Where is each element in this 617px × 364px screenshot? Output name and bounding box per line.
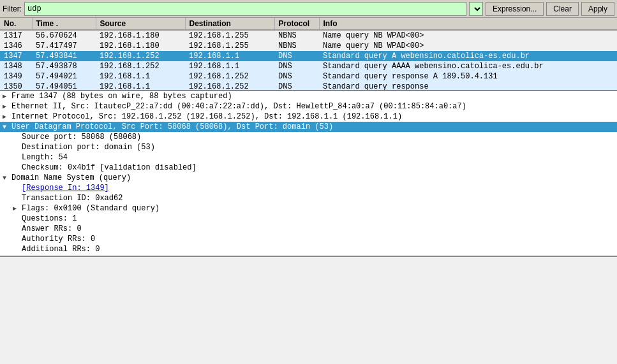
- expand-icon[interactable]: ▼: [3, 175, 11, 182]
- table-row[interactable]: 134757.493841192.168.1.252192.168.1.1DNS…: [0, 51, 617, 61]
- expand-icon[interactable]: ▶: [3, 113, 11, 120]
- detail-row: Additional RRs: 0: [0, 244, 617, 254]
- packet-list: No. Time . Source Destination Protocol I…: [0, 18, 617, 91]
- filter-label: Filter:: [3, 4, 22, 13]
- packet-list-header: No. Time . Source Destination Protocol I…: [0, 18, 617, 30]
- expand-icon[interactable]: ▼: [3, 256, 11, 258]
- expand-icon[interactable]: ▶: [3, 92, 11, 100]
- col-header-source[interactable]: Source: [96, 18, 185, 30]
- expand-icon[interactable]: ▼: [3, 124, 11, 131]
- packet-tbody: 131756.670624192.168.1.180192.168.1.255N…: [0, 30, 617, 91]
- detail-pane: ▶Frame 1347 (88 bytes on wire, 88 bytes …: [0, 91, 617, 257]
- detail-row: ▼Domain Name System (query): [0, 173, 617, 183]
- filter-dropdown[interactable]: [469, 2, 483, 16]
- detail-row: [Response In: 1349]: [0, 183, 617, 193]
- detail-row: Authority RRs: 0: [0, 234, 617, 244]
- detail-row: Transaction ID: 0xad62: [0, 193, 617, 203]
- expand-icon[interactable]: ▶: [13, 205, 22, 212]
- clear-button[interactable]: Clear: [546, 2, 579, 16]
- filter-bar: Filter: Expression... Clear Apply: [0, 0, 617, 18]
- filter-input[interactable]: [24, 2, 466, 16]
- detail-row: Answer RRs: 0: [0, 224, 617, 234]
- expression-button[interactable]: Expression...: [486, 2, 544, 16]
- detail-row: Source port: 58068 (58068): [0, 132, 617, 142]
- table-row[interactable]: 135057.494051192.168.1.1192.168.1.252DNS…: [0, 82, 617, 91]
- col-header-protocol[interactable]: Protocol: [274, 18, 319, 30]
- packet-list-container: No. Time . Source Destination Protocol I…: [0, 18, 617, 91]
- apply-button[interactable]: Apply: [581, 2, 614, 16]
- table-row[interactable]: 134657.417497192.168.1.180192.168.1.255N…: [0, 41, 617, 51]
- col-header-time[interactable]: Time .: [32, 18, 96, 30]
- col-header-no[interactable]: No.: [0, 18, 32, 30]
- detail-row[interactable]: ▶Flags: 0x0100 (Standard query): [0, 203, 617, 214]
- detail-row: Questions: 1: [0, 214, 617, 224]
- detail-row: Length: 54: [0, 152, 617, 163]
- detail-row: ▼Queries: [0, 254, 617, 257]
- detail-row: Destination port: domain (53): [0, 142, 617, 152]
- detail-row: ▼User Datagram Protocol, Src Port: 58068…: [0, 122, 617, 132]
- table-row[interactable]: 134857.493878192.168.1.252192.168.1.1DNS…: [0, 61, 617, 71]
- table-row[interactable]: 134957.494021192.168.1.1192.168.1.252DNS…: [0, 71, 617, 82]
- col-header-destination[interactable]: Destination: [185, 18, 274, 30]
- table-row[interactable]: 131756.670624192.168.1.180192.168.1.255N…: [0, 30, 617, 41]
- col-header-info[interactable]: Info: [319, 18, 617, 30]
- detail-row[interactable]: ▶Internet Protocol, Src: 192.168.1.252 (…: [0, 112, 617, 122]
- detail-row: Checksum: 0x4b1f [validation disabled]: [0, 163, 617, 173]
- expand-icon[interactable]: ▶: [3, 103, 11, 110]
- detail-row[interactable]: ▶Ethernet II, Src: ItautecP_22:a7:dd (00…: [0, 101, 617, 112]
- detail-row[interactable]: ▶Frame 1347 (88 bytes on wire, 88 bytes …: [0, 91, 617, 101]
